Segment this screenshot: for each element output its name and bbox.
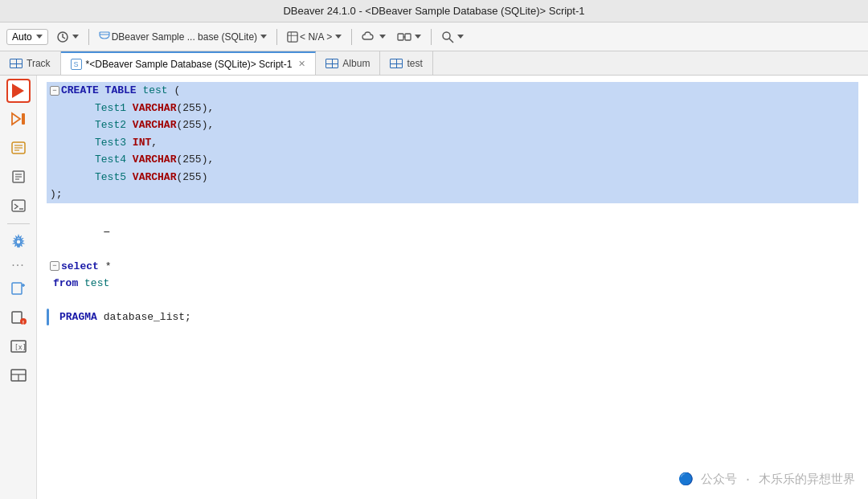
svg-rect-23	[12, 283, 22, 294]
tabs-bar: Track S *<DBeaver Sample Database (SQLit…	[0, 51, 868, 76]
svg-rect-11	[22, 113, 25, 125]
tab-album-icon	[326, 59, 338, 68]
svg-rect-2	[288, 31, 297, 41]
schema-arrow-icon	[335, 35, 342, 39]
more-options[interactable]: ···	[11, 258, 24, 272]
new-script-icon	[10, 281, 27, 296]
db-icon	[99, 31, 110, 43]
play-icon	[12, 84, 24, 98]
code-line-7: );	[47, 186, 858, 203]
step-icon	[10, 112, 27, 126]
run-button[interactable]	[6, 79, 31, 103]
tab-script1-label: *<DBeaver Sample Database (SQLite)> Scri…	[86, 59, 293, 70]
connection-button[interactable]	[394, 30, 424, 44]
fold-btn-1[interactable]: −	[50, 86, 59, 96]
code-line-select-1: −select *	[47, 258, 858, 276]
tab-track[interactable]: Track	[0, 51, 61, 75]
cloud-arrow-icon	[379, 35, 386, 39]
code-block-select: −select * from test	[47, 258, 858, 292]
tab-test[interactable]: test	[380, 51, 432, 75]
svg-point-22	[16, 239, 21, 244]
editor-content: −CREATE TABLE test ( Test1 VARCHAR(255),…	[37, 76, 868, 499]
tab-track-icon	[10, 59, 23, 68]
new-file-icon: !	[10, 310, 27, 325]
svg-marker-10	[12, 113, 20, 125]
title-bar: DBeaver 24.1.0 - <DBeaver Sample Databas…	[0, 0, 868, 22]
svg-text:!: !	[22, 320, 23, 325]
schema-icon	[287, 31, 298, 43]
auto-dropdown[interactable]: Auto	[6, 29, 48, 45]
tab-album-label: Album	[342, 58, 370, 69]
settings-icon	[10, 234, 27, 250]
terminal-icon	[10, 198, 27, 213]
layout-icon	[10, 368, 27, 382]
history-icon	[56, 31, 69, 43]
cloud-button[interactable]	[358, 30, 389, 44]
code-block-create-table: −CREATE TABLE test ( Test1 VARCHAR(255),…	[47, 82, 858, 203]
svg-rect-20	[12, 200, 25, 211]
cloud-icon	[362, 31, 376, 43]
settings-button[interactable]	[6, 229, 31, 255]
svg-rect-6	[405, 34, 411, 40]
connection-icon	[397, 31, 411, 43]
code-line-4: Test3 INT,	[47, 134, 858, 152]
variables-button[interactable]: [x]	[6, 333, 31, 359]
tab-script1[interactable]: S *<DBeaver Sample Database (SQLite)> Sc…	[61, 51, 317, 75]
sidebar-sep-1	[7, 223, 30, 224]
separator-3	[351, 29, 352, 45]
explain-button[interactable]	[6, 135, 31, 161]
history-arrow-icon	[72, 35, 79, 39]
tab-test-label: test	[407, 58, 422, 69]
toolbar: Auto DBeaver Sample ... base (SQLite) < …	[0, 22, 868, 51]
code-line-3: Test2 VARCHAR(255),	[47, 117, 858, 134]
layout-button[interactable]	[6, 362, 31, 388]
dash-line: –	[47, 223, 858, 242]
tab-track-label: Track	[27, 58, 51, 69]
code-line-6: Test5 VARCHAR(255)	[47, 169, 858, 186]
sidebar: ··· ! [x]	[0, 76, 37, 499]
code-line-1: −CREATE TABLE test (	[47, 82, 858, 100]
auto-arrow-icon	[36, 35, 43, 39]
search-arrow-icon	[457, 35, 464, 39]
db-selector[interactable]: DBeaver Sample ... base (SQLite)	[96, 30, 270, 44]
conn-arrow-icon	[415, 35, 421, 39]
schema-selector[interactable]: < N/A >	[284, 30, 345, 44]
pragma-bar	[47, 309, 49, 326]
separator-4	[431, 29, 432, 45]
title-text: DBeaver 24.1.0 - <DBeaver Sample Databas…	[283, 5, 584, 17]
svg-rect-5	[398, 34, 403, 40]
script-list-button[interactable]	[6, 164, 31, 190]
tab-script1-close[interactable]: ✕	[298, 59, 305, 69]
fold-btn-2[interactable]: −	[50, 261, 59, 271]
schema-label: < N/A >	[300, 31, 332, 43]
svg-text:[x]: [x]	[14, 344, 26, 351]
block-separator-2	[47, 296, 858, 309]
tab-script1-icon: S	[71, 59, 82, 70]
history-button[interactable]	[53, 29, 82, 45]
variables-icon: [x]	[10, 339, 27, 354]
search-button[interactable]	[438, 29, 467, 45]
block-separator-1	[47, 207, 858, 223]
code-line-2: Test1 VARCHAR(255),	[47, 100, 858, 117]
step-button[interactable]	[6, 106, 31, 132]
new-script-button[interactable]	[6, 276, 31, 301]
tab-album[interactable]: Album	[316, 51, 380, 75]
svg-rect-1	[100, 32, 109, 35]
auto-label: Auto	[12, 31, 32, 43]
script-list-icon	[10, 170, 27, 184]
code-line-5: Test4 VARCHAR(255),	[47, 151, 858, 169]
terminal-button[interactable]	[6, 193, 31, 219]
db-arrow-icon	[260, 35, 267, 39]
explain-icon	[10, 141, 27, 155]
main-area: ··· ! [x]	[0, 76, 868, 499]
code-editor[interactable]: −CREATE TABLE test ( Test1 VARCHAR(255),…	[37, 76, 868, 499]
code-block-pragma: PRAGMA database_list;	[47, 309, 858, 326]
separator-1	[88, 29, 89, 45]
code-line-select-2: from test	[47, 275, 858, 292]
new-file-button[interactable]: !	[6, 305, 31, 330]
svg-line-9	[449, 39, 453, 43]
separator-2	[276, 29, 277, 45]
search-icon	[441, 31, 454, 43]
db-label: DBeaver Sample ... base (SQLite)	[112, 31, 257, 43]
svg-point-8	[443, 32, 450, 39]
